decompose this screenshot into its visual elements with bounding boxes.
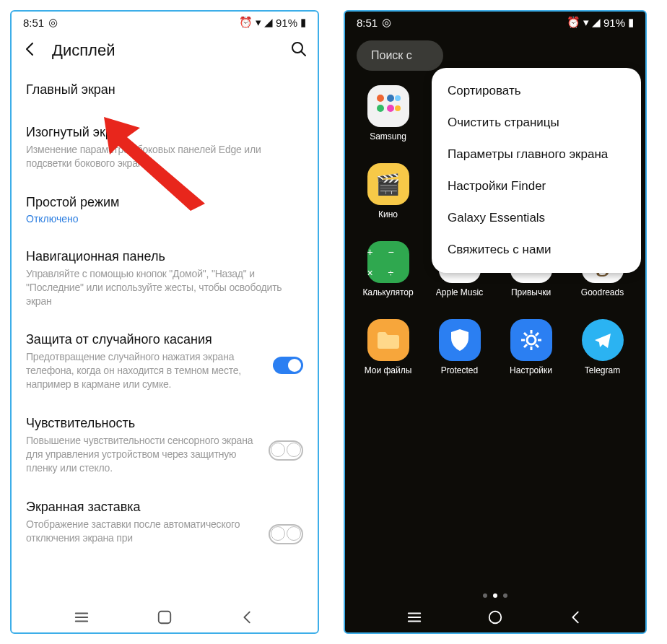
telegram-icon xyxy=(582,319,624,361)
menu-sort[interactable]: Сортировать xyxy=(432,75,641,107)
item-title: Защита от случайного касания xyxy=(26,332,273,347)
item-status: Отключено xyxy=(26,213,303,225)
app-kino[interactable]: 🎬 Кино xyxy=(356,163,421,219)
item-sensitivity[interactable]: Чувствительность Повышение чувствительно… xyxy=(26,404,303,488)
page-indicator xyxy=(345,591,645,599)
apps-grid: Samsung 🎬 Кино +−×÷ Калькулятор Apple Mu… xyxy=(345,71,645,591)
item-title: Простой режим xyxy=(26,195,303,210)
item-subtitle: Предотвращение случайного нажатия экрана… xyxy=(26,350,273,391)
battery-text: 91% xyxy=(276,17,297,29)
page-dot-active[interactable] xyxy=(493,593,497,598)
app-label: Apple Music xyxy=(436,287,483,297)
app-label: Samsung xyxy=(370,131,406,142)
app-settings[interactable]: Настройки xyxy=(499,319,564,375)
phone-home-menu: 8:51 ◎ ⏰ ▾ ◢ 91% ▮ Поиск с Samsung xyxy=(344,10,647,634)
svg-point-3 xyxy=(377,95,384,102)
home-button[interactable] xyxy=(487,609,503,625)
item-title: Изогнутый экран xyxy=(26,125,303,140)
app-label: Goodreads xyxy=(581,287,624,297)
battery-icon: ▮ xyxy=(628,16,634,29)
phone-settings-display: 8:51 ◎ ⏰ ▾ ◢ 91% ▮ Дисплей Главный экран… xyxy=(10,10,319,634)
search-placeholder: Поиск с xyxy=(371,49,412,62)
item-subtitle: Управляйте с помощью кнопок "Домой", "На… xyxy=(26,267,303,308)
android-nav-bar xyxy=(345,599,645,632)
app-samsung[interactable]: Samsung xyxy=(356,85,421,142)
app-myfiles[interactable]: Мои файлы xyxy=(356,319,421,375)
movie-icon: 🎬 xyxy=(367,163,409,205)
item-subtitle: Отображение заставки после автоматическо… xyxy=(26,518,269,545)
back-button[interactable] xyxy=(568,609,584,625)
recent-button[interactable] xyxy=(406,609,422,625)
toggle-off[interactable] xyxy=(269,524,303,544)
gear-icon xyxy=(510,319,552,361)
menu-clean-pages[interactable]: Очистить страницы xyxy=(432,107,641,139)
status-app-icon: ◎ xyxy=(48,16,58,29)
item-title: Навигационная панель xyxy=(26,249,303,264)
status-bar: 8:51 ◎ ⏰ ▾ ◢ 91% ▮ xyxy=(12,12,318,33)
app-label: Настройки xyxy=(510,365,552,375)
folder-icon xyxy=(367,319,409,361)
shield-icon xyxy=(439,319,481,361)
signal-icon: ◢ xyxy=(592,16,601,29)
item-easy-mode[interactable]: Простой режим Отключено xyxy=(26,183,303,238)
item-nav-bar[interactable]: Навигационная панель Управляйте с помощь… xyxy=(26,238,303,321)
app-telegram[interactable]: Telegram xyxy=(570,319,635,375)
alarm-icon: ⏰ xyxy=(567,16,580,29)
app-label: Привычки xyxy=(511,287,551,297)
svg-point-4 xyxy=(387,95,394,102)
item-accidental-touch[interactable]: Защита от случайного касания Предотвраще… xyxy=(26,321,303,404)
status-bar: 8:51 ◎ ⏰ ▾ ◢ 91% ▮ xyxy=(345,12,645,33)
menu-home-settings[interactable]: Параметры главного экрана xyxy=(432,139,641,170)
app-row: Мои файлы Protected Настройки Telegram xyxy=(352,319,638,375)
svg-point-8 xyxy=(395,105,401,111)
item-title: Экранная заставка xyxy=(26,500,269,515)
settings-list: Главный экран Изогнутый экран Изменение … xyxy=(12,71,318,599)
search-icon[interactable] xyxy=(290,40,308,61)
toggle-off[interactable] xyxy=(269,440,303,461)
signal-icon: ◢ xyxy=(264,16,273,29)
status-time: 8:51 xyxy=(23,17,44,29)
item-title: Чувствительность xyxy=(26,416,269,431)
svg-point-7 xyxy=(395,95,401,101)
svg-point-6 xyxy=(387,105,394,112)
battery-icon: ▮ xyxy=(300,16,306,29)
wifi-icon: ▾ xyxy=(583,16,589,29)
status-time: 8:51 xyxy=(357,17,378,29)
recent-button[interactable] xyxy=(74,609,90,625)
header: Дисплей xyxy=(12,33,318,71)
search-field[interactable]: Поиск с xyxy=(357,40,443,71)
toggle-on[interactable] xyxy=(273,357,303,374)
item-subtitle: Изменение параметров боковых панелей Edg… xyxy=(26,143,303,170)
app-label: Мои файлы xyxy=(365,365,412,375)
android-nav-bar xyxy=(12,599,318,632)
app-protected[interactable]: Protected xyxy=(427,319,492,375)
wifi-icon: ▾ xyxy=(256,16,261,29)
app-label: Telegram xyxy=(585,365,620,375)
app-label: Protected xyxy=(441,365,478,375)
menu-contact-us[interactable]: Свяжитесь с нами xyxy=(432,234,641,266)
calculator-icon: +−×÷ xyxy=(367,241,409,283)
battery-text: 91% xyxy=(603,17,625,29)
home-button[interactable] xyxy=(157,609,173,625)
back-icon[interactable] xyxy=(22,40,39,61)
app-calculator[interactable]: +−×÷ Калькулятор xyxy=(356,241,421,297)
back-button[interactable] xyxy=(240,609,256,625)
folder-icon xyxy=(367,85,409,127)
item-curved-screen[interactable]: Изогнутый экран Изменение параметров бок… xyxy=(26,113,303,183)
status-app-icon: ◎ xyxy=(382,16,391,29)
page-dot[interactable] xyxy=(503,593,507,598)
app-label: Калькулятор xyxy=(362,287,413,297)
page-title: Дисплей xyxy=(52,41,277,60)
item-screensaver[interactable]: Экранная заставка Отображение заставки п… xyxy=(26,488,303,558)
svg-point-12 xyxy=(527,336,536,344)
item-subtitle: Повышение чувствительности сенсорного эк… xyxy=(26,434,269,475)
item-title: Главный экран xyxy=(26,82,303,97)
svg-point-5 xyxy=(377,105,384,112)
item-home-screen[interactable]: Главный экран xyxy=(26,71,303,113)
svg-rect-1 xyxy=(159,612,171,624)
context-menu: Сортировать Очистить страницы Параметры … xyxy=(432,68,641,273)
menu-finder-settings[interactable]: Настройки Finder xyxy=(432,170,641,202)
menu-galaxy-essentials[interactable]: Galaxy Essentials xyxy=(432,202,641,234)
page-dot[interactable] xyxy=(483,593,487,598)
alarm-icon: ⏰ xyxy=(239,16,253,29)
